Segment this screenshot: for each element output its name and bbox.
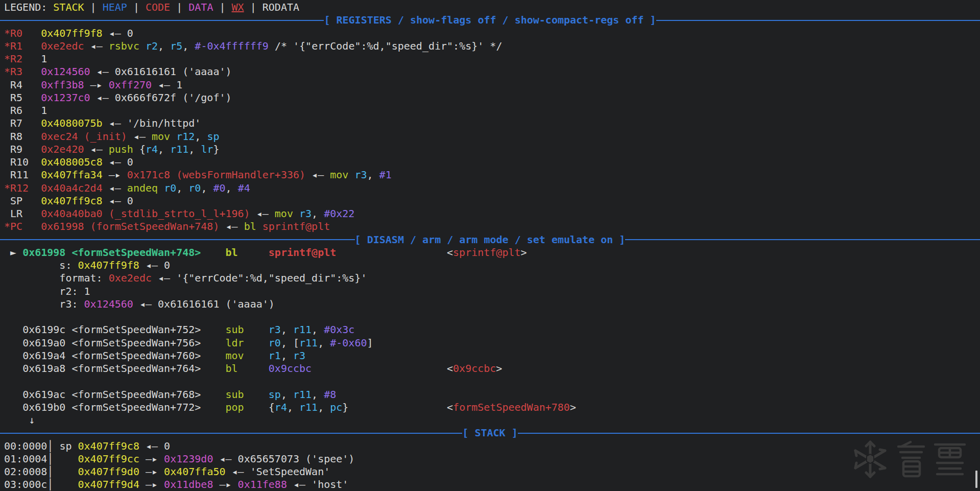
register-row-r4: R4 0xff3b8 —▸ 0xff270 ◂— 1: [4, 79, 980, 91]
disasm-continue-arrow: ↓: [4, 414, 980, 427]
disasm-row-0x6199c: 0x6199c <formSetSpeedWan+752> sub r3, r1…: [4, 323, 980, 336]
stack-row-03: 03:000c│ 0x407ff9d4 —▸ 0x11dbe8 —▸ 0x11f…: [4, 478, 980, 491]
disasm-arg-s: s: 0x407ff9f8 ◂— 0: [4, 259, 980, 272]
stack-section-title: [ STACK ]: [462, 427, 517, 439]
kanxue-logo-text: [895, 440, 967, 478]
registers-section-header: [ REGISTERS / show-flags off / show-comp…: [0, 14, 980, 27]
disasm-section-header: [ DISASM / arm / arm mode / set emulate …: [0, 233, 980, 246]
kanxue-watermark: 看雪: [853, 440, 967, 479]
blank-line: [4, 311, 980, 323]
register-row-r1: *R1 0xe2edc ◂— rsbvc r2, r5, #-0x4ffffff…: [4, 40, 980, 53]
disasm-panel: ► 0x61998 <formSetSpeedWan+748> bl sprin…: [4, 246, 980, 427]
divider-line: [0, 20, 324, 21]
divider-line: [0, 239, 355, 240]
register-row-r8: R8 0xec24 (_init) ◂— mov r12, sp: [4, 130, 980, 143]
legend-line: LEGEND: STACK | HEAP | CODE | DATA | WX …: [4, 1, 980, 14]
snowflake-icon: [853, 440, 887, 479]
register-row-r12: *R12 0x40a4c2d4 ◂— andeq r0, r0, #0, #4: [4, 182, 980, 195]
divider-line: [518, 433, 980, 434]
register-row-r9: R9 0x2e420 ◂— push {r4, r11, lr}: [4, 143, 980, 156]
blank-line: [4, 375, 980, 388]
register-row-r7: R7 0x4080075b ◂— '/bin/httpd': [4, 117, 980, 130]
registers-panel: *R0 0x407ff9f8 ◂— 0*R1 0xe2edc ◂— rsbvc …: [4, 27, 980, 233]
register-row-r11: R11 0x407ffa34 —▸ 0x171c8 (websFormHandl…: [4, 169, 980, 181]
debugger-terminal: LEGEND: STACK | HEAP | CODE | DATA | WX …: [0, 0, 980, 491]
disasm-row-0x619a4: 0x619a4 <formSetSpeedWan+760> mov r1, r3: [4, 349, 980, 362]
disasm-arg-r3: r3: 0x124560 ◂— 0x61616161 ('aaaa'): [4, 298, 980, 311]
stack-row-02: 02:0008│ 0x407ff9d0 —▸ 0x407ffa50 ◂— 'Se…: [4, 465, 980, 478]
register-row-r0: *R0 0x407ff9f8 ◂— 0: [4, 27, 980, 40]
stack-panel: 00:0000│ sp 0x407ff9c8 ◂— 001:0004│ 0x40…: [4, 440, 980, 491]
stack-section-header: [ STACK ]: [0, 427, 980, 439]
register-row-sp: SP 0x407ff9c8 ◂— 0: [4, 195, 980, 207]
register-row-r3: *R3 0x124560 ◂— 0x61616161 ('aaaa'): [4, 65, 980, 78]
register-row-r10: R10 0x408005c8 ◂— 0: [4, 156, 980, 169]
disasm-row-0x619a0: 0x619a0 <formSetSpeedWan+756> ldr r0, [r…: [4, 337, 980, 349]
register-row-lr: LR 0x40a40ba0 (_stdlib_strto_l_l+196) ◂—…: [4, 207, 980, 220]
disasm-row-0x619b0: 0x619b0 <formSetSpeedWan+772> pop {r4, r…: [4, 401, 980, 414]
registers-section-title: [ REGISTERS / show-flags off / show-comp…: [324, 14, 656, 27]
stack-row-00: 00:0000│ sp 0x407ff9c8 ◂— 0: [4, 440, 980, 453]
legend: LEGEND: STACK | HEAP | CODE | DATA | WX …: [4, 1, 980, 14]
cursor-bar: [975, 471, 977, 488]
disasm-section-title: [ DISASM / arm / arm mode / set emulate …: [355, 233, 626, 246]
divider-line: [656, 20, 980, 21]
divider-line: [0, 433, 462, 434]
disasm-arg-format: format: 0xe2edc ◂— '{"errCode":%d,"speed…: [4, 272, 980, 285]
register-row-pc: *PC 0x61998 (formSetSpeedWan+748) ◂— bl …: [4, 220, 980, 233]
register-row-r6: R6 1: [4, 104, 980, 117]
divider-line: [625, 239, 980, 240]
disasm-arg-r2: r2: 1: [4, 285, 980, 298]
register-row-r2: *R2 1: [4, 53, 980, 65]
stack-row-01: 01:0004│ 0x407ff9cc —▸ 0x1239d0 ◂— 0x656…: [4, 453, 980, 465]
register-row-r5: R5 0x1237c0 ◂— 0x666f672f ('/gof'): [4, 91, 980, 104]
disasm-row-current: ► 0x61998 <formSetSpeedWan+748> bl sprin…: [4, 246, 980, 259]
disasm-row-0x619ac: 0x619ac <formSetSpeedWan+768> sub sp, r1…: [4, 388, 980, 401]
disasm-row-0x619a8: 0x619a8 <formSetSpeedWan+764> bl 0x9ccbc…: [4, 362, 980, 375]
